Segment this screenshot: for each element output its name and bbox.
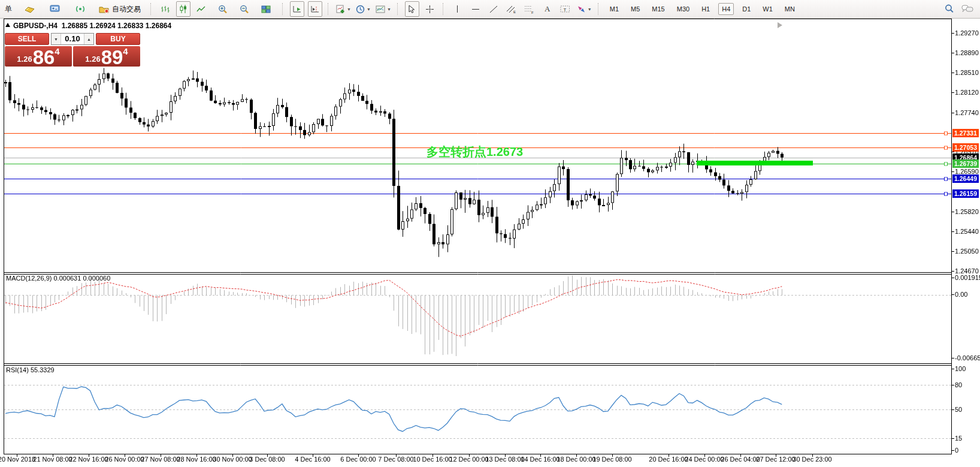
price-tag: 1.27331 bbox=[952, 129, 979, 137]
price-axis-label: 1.29270 bbox=[955, 29, 979, 37]
pivot-annotation-text[interactable]: 多空转折点1.2673 bbox=[427, 144, 523, 160]
bar-chart-icon[interactable] bbox=[158, 1, 173, 17]
chart-title: GBPUSD-,H4 1.26885 1.26924 1.26833 1.268… bbox=[13, 22, 171, 30]
time-axis-label: 28 Nov 16:00 bbox=[177, 456, 216, 463]
toolbar-grip bbox=[443, 3, 445, 15]
buy-price-sup: 4 bbox=[123, 46, 128, 56]
text-label-icon[interactable]: T bbox=[558, 1, 573, 17]
chart-title-symbol: GBPUSD-,H4 bbox=[13, 22, 58, 30]
time-axis-label: 20 Nov 2018 bbox=[0, 456, 35, 463]
equidistant-channel-icon[interactable]: E bbox=[504, 1, 519, 17]
time-axis-label: 22 Nov 16:00 bbox=[69, 456, 108, 463]
fibonacci-icon[interactable]: F bbox=[522, 1, 537, 17]
time-axis-label: 30 Nov 00:00 bbox=[213, 456, 252, 463]
svg-text:T: T bbox=[564, 7, 567, 13]
zoom-in-icon[interactable] bbox=[216, 1, 230, 17]
horizontal-line-icon[interactable] bbox=[468, 1, 483, 17]
price-axis-label: 1.25820 bbox=[955, 208, 979, 215]
time-axis-label: 20 Dec 16:00 bbox=[649, 456, 688, 463]
time-axis-label: 26 Nov 00:00 bbox=[105, 456, 144, 463]
time-axis-label: 10 Dec 16:00 bbox=[413, 456, 452, 463]
vertical-line-icon[interactable] bbox=[450, 1, 465, 17]
template-icon[interactable]: ▼ bbox=[375, 1, 392, 17]
rsi-axis-label: 80 bbox=[955, 381, 962, 388]
volume-value[interactable]: 0.10 bbox=[61, 34, 84, 44]
new-order-label: 单 bbox=[5, 4, 12, 14]
chart-shift-marker-icon bbox=[778, 22, 782, 28]
trendline-icon[interactable] bbox=[486, 1, 501, 17]
text-tool-icon[interactable]: A bbox=[540, 1, 555, 17]
buy-button[interactable]: BUY bbox=[96, 33, 140, 45]
timeframe-button-h4[interactable]: H4 bbox=[718, 3, 734, 15]
chat-icon[interactable] bbox=[960, 1, 975, 17]
market-watch-icon[interactable] bbox=[48, 1, 62, 17]
macd-pane-label: MACD(12,26,9) 0.000631 0.000060 bbox=[6, 275, 110, 282]
crosshair-icon[interactable] bbox=[423, 1, 437, 17]
sell-price-box[interactable]: 1.26 86 4 bbox=[5, 46, 72, 67]
timeframe-button-d1[interactable]: D1 bbox=[739, 3, 754, 15]
add-indicator-icon[interactable]: ▼ bbox=[335, 1, 352, 17]
time-axis-label: 6 Dec 00:00 bbox=[340, 456, 376, 463]
volume-stepper: ▼ 0.10 ▲ bbox=[51, 33, 94, 45]
time-axis-label: 4 Dec 16:00 bbox=[295, 456, 330, 463]
chev ron-down-icon: ▼ bbox=[387, 7, 391, 11]
sell-price-small: 1.26 bbox=[17, 55, 32, 64]
toolbar-grip bbox=[397, 3, 400, 15]
chevron-down-icon: ▼ bbox=[347, 7, 351, 11]
price-axis-label: 1.25050 bbox=[955, 248, 979, 255]
timeframe-button-m15[interactable]: M15 bbox=[648, 3, 668, 15]
time-axis-label: 26 Dec 04:00 bbox=[721, 456, 760, 463]
time-axis-label: 14 Dec 16:00 bbox=[521, 456, 559, 463]
sell-price-big: 86 bbox=[33, 49, 55, 65]
time-axis-label: 27 Nov 08:00 bbox=[141, 456, 180, 463]
auto-scroll-icon[interactable] bbox=[290, 1, 304, 17]
timeframe-button-mn[interactable]: MN bbox=[781, 3, 798, 15]
timeframe-button-m5[interactable]: M5 bbox=[627, 3, 643, 15]
signal-icon[interactable] bbox=[73, 1, 87, 17]
candlestick-chart-icon[interactable] bbox=[176, 1, 190, 17]
timeframe-button-w1[interactable]: W1 bbox=[759, 3, 776, 15]
price-axis-label: 1.25440 bbox=[955, 228, 979, 235]
rsi-pane-label: RSI(14) 55.3329 bbox=[6, 366, 55, 373]
chevron-down-icon: ▼ bbox=[367, 7, 371, 11]
cursor-icon[interactable] bbox=[405, 1, 419, 17]
timeframe-button-h1[interactable]: H1 bbox=[698, 3, 713, 15]
line-chart-icon[interactable] bbox=[194, 1, 208, 17]
time-axis-label: 18 Dec 00:00 bbox=[556, 456, 595, 463]
search-icon[interactable] bbox=[942, 1, 957, 17]
sell-button[interactable]: SELL bbox=[5, 33, 49, 45]
chevron-down-icon: ▼ bbox=[588, 7, 592, 11]
toolbar-grip bbox=[282, 3, 285, 15]
price-axis-label: 1.28510 bbox=[955, 69, 979, 76]
chart-canvas[interactable] bbox=[0, 0, 980, 467]
tile-windows-icon[interactable] bbox=[259, 1, 273, 17]
gold-bar-icon[interactable] bbox=[23, 1, 37, 17]
main-toolbar: 单 自动交易 ▼ ▼ bbox=[0, 0, 980, 19]
toolbar-grip bbox=[598, 3, 600, 15]
time-axis-label: 30 Dec 23:00 bbox=[793, 456, 831, 463]
autotrade-button[interactable]: 自动交易 bbox=[98, 1, 141, 17]
autotrade-label: 自动交易 bbox=[112, 4, 141, 14]
timeframe-button-m30[interactable]: M30 bbox=[673, 3, 693, 15]
volume-up-button[interactable]: ▲ bbox=[84, 34, 93, 44]
time-axis-label: 13 Dec 08:00 bbox=[485, 456, 524, 463]
new-order-button[interactable]: 单 bbox=[1, 1, 16, 17]
collapse-triangle-icon[interactable] bbox=[5, 23, 10, 27]
arrows-tool-icon[interactable]: ▼ bbox=[576, 1, 592, 17]
time-axis-label: 7 Dec 08:00 bbox=[378, 456, 413, 463]
toolbar-grip bbox=[150, 3, 153, 15]
chart-shift-icon[interactable] bbox=[308, 1, 322, 17]
buy-price-box[interactable]: 1.26 89 4 bbox=[73, 46, 140, 67]
time-axis-label: 21 Nov 08:00 bbox=[33, 456, 72, 463]
volume-down-button[interactable]: ▼ bbox=[52, 34, 61, 44]
time-axis-label: 24 Dec 00:00 bbox=[685, 456, 724, 463]
period-clock-icon[interactable]: ▼ bbox=[355, 1, 371, 17]
macd-axis-label: 0.001915 bbox=[955, 274, 980, 281]
buy-price-small: 1.26 bbox=[85, 55, 100, 64]
zoom-out-icon[interactable] bbox=[237, 1, 252, 17]
price-axis-label: 1.28120 bbox=[955, 89, 979, 96]
chart-title-quotes: 1.26885 1.26924 1.26833 1.26864 bbox=[62, 22, 172, 30]
timeframe-button-m1[interactable]: M1 bbox=[606, 3, 622, 15]
price-tag: 1.26449 bbox=[952, 174, 979, 183]
time-axis-label: 12 Dec 00:00 bbox=[449, 456, 488, 463]
